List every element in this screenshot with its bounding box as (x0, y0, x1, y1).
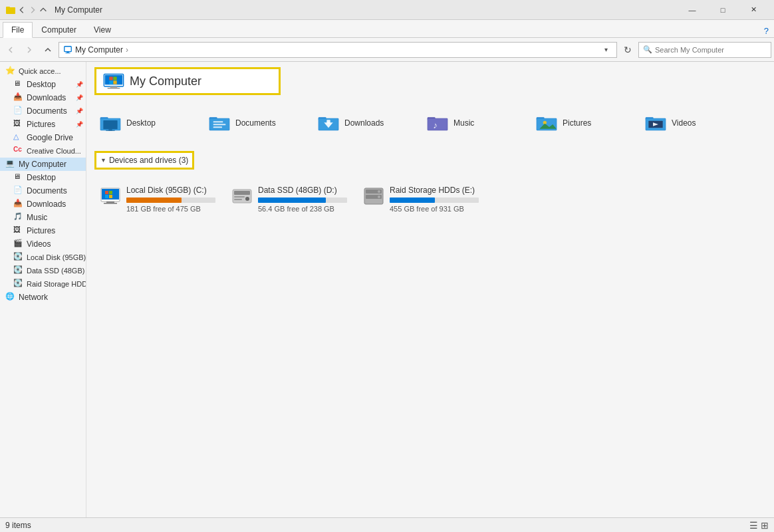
datassd-drive-icon (231, 186, 253, 207)
drive-bar-c (126, 198, 182, 203)
nav-back-button[interactable] (3, 42, 19, 58)
status-view-controls: ☰ ⊞ (749, 520, 769, 531)
googledrive-icon: △ (13, 132, 24, 143)
folder-item-desktop[interactable]: Desktop (94, 106, 201, 140)
sidebar-item-network[interactable]: 🌐 Network (0, 291, 86, 304)
nav-up-button[interactable] (40, 42, 56, 58)
sidebar-item-downloads-mc[interactable]: 📥 Downloads (0, 198, 86, 211)
mycomputer-icon: 💻 (5, 159, 16, 170)
maximize-button[interactable]: □ (708, 0, 738, 20)
folder-icon-videos (645, 112, 666, 134)
sidebar-label-music-mc: Music (27, 213, 47, 222)
sidebar-label-pictures-mc: Pictures (27, 226, 55, 235)
address-dropdown-button[interactable]: ▾ (599, 42, 612, 58)
sidebar-item-creativecloud[interactable]: Cc Creative Cloud... (0, 144, 86, 158)
drive-name-c: Local Disk (95GB) (C:) (126, 186, 215, 195)
sidebar-item-googledrive[interactable]: △ Google Drive (0, 131, 86, 144)
search-input[interactable] (655, 46, 767, 54)
sidebar-label-downloads-mc: Downloads (27, 200, 66, 209)
svg-rect-47 (109, 191, 112, 194)
back-icon-title[interactable] (17, 5, 27, 15)
quick-access-icon: ⭐ (5, 66, 16, 76)
sidebar-item-datassd[interactable]: 💽 Data SSD (48GB) (D: (0, 264, 86, 277)
folder-item-pictures[interactable]: Pictures (531, 106, 637, 140)
documents-icon-qa: 📄 (13, 106, 24, 116)
svg-rect-55 (234, 199, 242, 200)
sidebar-item-mycomputer[interactable]: 💻 My Computer (0, 158, 86, 171)
drive-info-c: Local Disk (95GB) (C:) 181 GB free of 47… (126, 186, 215, 213)
svg-rect-1 (6, 7, 10, 9)
sidebar-label-downloads-qa: Downloads (27, 93, 66, 102)
tab-file[interactable]: File (3, 22, 33, 38)
page-header: My Computer (94, 67, 281, 95)
up-icon-title[interactable] (39, 5, 48, 15)
folder-name-downloads: Downloads (344, 118, 384, 128)
sidebar-item-raidhdds[interactable]: 💽 Raid Storage HDDs (0, 277, 86, 291)
folder-item-downloads[interactable]: Downloads (313, 106, 419, 140)
mycomputer-header-icon (103, 73, 124, 89)
sidebar-item-music-mc[interactable]: 🎵 Music (0, 211, 86, 224)
sidebar-label-datassd: Data SSD (48GB) (D: (27, 267, 86, 275)
svg-rect-48 (105, 195, 108, 198)
drive-bar-container-c (126, 198, 215, 203)
sidebar-item-pictures-qa[interactable]: 🖼 Pictures 📌 (0, 118, 86, 131)
svg-rect-23 (213, 124, 226, 125)
nav-forward-button[interactable] (21, 42, 37, 58)
sidebar-item-desktop-mc[interactable]: 🖥 Desktop (0, 171, 86, 184)
folder-item-music[interactable]: ♪ Music (422, 106, 528, 140)
address-crumb-mycomputer[interactable]: My Computer (75, 45, 123, 55)
folders-grid: Desktop Documents (94, 106, 766, 140)
folder-item-documents[interactable]: Documents (203, 106, 310, 140)
sidebar-item-quick-access[interactable]: ⭐ Quick acce... (0, 65, 86, 78)
help-icon[interactable]: ? (761, 25, 771, 37)
sidebar-label-desktop-qa: Desktop (27, 80, 56, 89)
tab-view[interactable]: View (85, 22, 120, 37)
pin-icon-pictures: 📌 (76, 121, 83, 128)
folder-name-documents: Documents (235, 118, 276, 128)
minimize-button[interactable]: — (677, 0, 708, 20)
close-button[interactable]: ✕ (738, 0, 769, 20)
devices-section-header[interactable]: ▼ Devices and drives (3) (94, 151, 194, 170)
search-box[interactable]: 🔍 (638, 42, 771, 58)
svg-rect-12 (108, 88, 120, 88)
drive-bar-container-d (258, 198, 347, 203)
svg-rect-50 (106, 201, 114, 203)
drive-item-d[interactable]: Data SSD (48GB) (D:) 56.4 GB free of 238… (226, 180, 352, 225)
drive-name-e: Raid Storage HDDs (E:) (390, 186, 479, 195)
sidebar-item-localdisk[interactable]: 💽 Local Disk (95GB) (C: (0, 251, 86, 264)
forward-icon-title[interactable] (28, 5, 37, 15)
devices-section-arrow: ▼ (100, 157, 106, 164)
ribbon: File Computer View ? (0, 20, 774, 38)
address-path[interactable]: My Computer › ▾ (59, 42, 617, 58)
sidebar-item-pictures-mc[interactable]: 🖼 Pictures (0, 224, 86, 237)
drive-item-c[interactable]: Local Disk (95GB) (C:) 181 GB free of 47… (94, 180, 221, 225)
drive-item-e[interactable]: Raid Storage HDDs (E:) 455 GB free of 93… (358, 180, 484, 225)
svg-rect-53 (234, 191, 250, 195)
refresh-button[interactable]: ↻ (620, 42, 636, 58)
tab-computer[interactable]: Computer (33, 22, 85, 37)
svg-rect-54 (234, 196, 245, 198)
drive-bar-d (258, 198, 326, 203)
title-bar-left: My Computer (5, 5, 102, 15)
sidebar-item-documents-qa[interactable]: 📄 Documents 📌 (0, 104, 86, 118)
downloads-icon-mc: 📥 (13, 199, 24, 209)
datassd-icon: 💽 (13, 265, 24, 276)
sidebar-item-desktop-qa[interactable]: 🖥 Desktop 📌 (0, 78, 86, 91)
drive-info-d: Data SSD (48GB) (D:) 56.4 GB free of 238… (258, 186, 347, 213)
sidebar-item-documents-mc[interactable]: 📄 Documents (0, 184, 86, 198)
svg-rect-46 (105, 191, 108, 194)
svg-point-61 (378, 196, 380, 198)
folder-icon (5, 5, 16, 15)
folder-item-videos[interactable]: Videos (640, 106, 746, 140)
desktop-icon-qa: 🖥 (13, 79, 24, 90)
documents-icon-mc: 📄 (13, 186, 24, 196)
sidebar-label-mycomputer: My Computer (19, 160, 66, 169)
sidebar-label-pictures-qa: Pictures (27, 120, 55, 129)
drive-free-e: 455 GB free of 931 GB (390, 205, 479, 213)
view-grid-button[interactable]: ⊞ (761, 520, 769, 531)
localdisk-drive-icon (100, 186, 121, 207)
view-list-button[interactable]: ☰ (749, 520, 758, 531)
sidebar-item-downloads-qa[interactable]: 📥 Downloads 📌 (0, 91, 86, 104)
sidebar-item-videos-mc[interactable]: 🎬 Videos (0, 237, 86, 251)
address-pc-icon (63, 45, 72, 55)
